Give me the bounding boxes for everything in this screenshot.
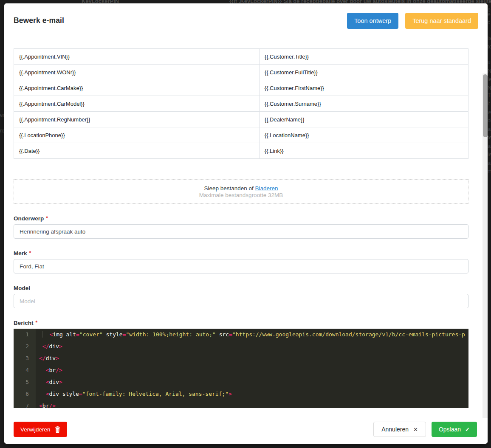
table-row: {{.LocationPhone}}{{.LocationName}} <box>14 127 468 143</box>
onderwerp-label-text: Onderwerp <box>14 215 44 222</box>
placeholder-cell: {{.Customer.Title}} <box>259 49 468 65</box>
required-asterisk: * <box>29 250 31 256</box>
backdrop-text-fragment: ar <box>488 160 491 166</box>
editor-code-line: </div> <box>36 352 468 364</box>
header-actions: Toon ontwerp Terug naar standaard <box>347 13 478 29</box>
merk-label-text: Merk <box>14 250 27 256</box>
field-onderwerp: Onderwerp* <box>14 215 468 239</box>
placeholder-cell: {{.LocationPhone}} <box>14 127 260 143</box>
placeholder-cell: {{.Customer.FullTitle}} <box>259 65 468 80</box>
table-row: {{.Appointment.RegNumber}}{{.DealerName}… <box>14 112 468 127</box>
html-code-editor[interactable]: 1234567 <img alt="cover" style="width: 1… <box>14 329 468 408</box>
backdrop-text-fragment: ar <box>488 143 491 149</box>
editor-line-number: 5 <box>14 376 29 388</box>
editor-line-number: 4 <box>14 364 29 376</box>
onderwerp-input[interactable] <box>14 224 468 239</box>
placeholder-table-body: {{.Appointment.VIN}}{{.Customer.Title}}{… <box>14 49 468 159</box>
delete-button-label: Verwijderen <box>20 426 51 433</box>
modal-title: Bewerk e-mail <box>14 16 64 25</box>
cancel-button[interactable]: Annuleren ✕ <box>373 422 426 437</box>
placeholder-cell: {{.Appointment.CarMake}} <box>14 80 260 96</box>
editor-code-line: </div> <box>36 341 468 352</box>
footer-right-actions: Annuleren ✕ Opslaan ✓ <box>373 422 477 437</box>
dropzone-hint: Maximale bestandsgrootte 32MB <box>199 192 283 198</box>
delete-button[interactable]: Verwijderen <box>14 422 67 437</box>
reset-default-button[interactable]: Terug naar standaard <box>405 13 478 29</box>
placeholder-cell: {{.Date}} <box>14 143 260 159</box>
field-bericht: Bericht* 1234567 <img alt="cover" style=… <box>14 320 468 408</box>
save-button[interactable]: Opslaan ✓ <box>432 422 477 437</box>
placeholder-cell: {{.DealerName}} <box>259 112 468 127</box>
table-row: {{.Appointment.VIN}}{{.Customer.Title}} <box>14 49 468 65</box>
file-dropzone[interactable]: Sleep bestanden of Bladeren Maximale bes… <box>14 179 468 204</box>
backdrop-text-fragment: c <box>488 20 490 25</box>
backdrop-text-fragment: to <box>488 44 491 50</box>
scrollbar-thumb[interactable] <box>483 74 488 137</box>
backdrop-text-fragment: an <box>488 126 491 132</box>
placeholder-cell: {{.Customer.FirstName}} <box>259 80 468 96</box>
editor-line-number: 2 <box>14 341 29 352</box>
backdrop-text-fragment: is <box>488 35 491 41</box>
table-row: {{.Appointment.WONr}}{{.Customer.FullTit… <box>14 65 468 80</box>
editor-line-numbers: 1234567 <box>14 329 36 408</box>
backdrop-text-fragment: rt <box>488 169 491 175</box>
bericht-label: Bericht* <box>14 320 468 326</box>
editor-code-line: <div style="font-family: Helvetica, Aria… <box>36 388 468 400</box>
modal-header: Bewerk e-mail Toon ontwerp Terug naar st… <box>4 3 488 38</box>
backdrop-text-fragment: le <box>488 76 491 82</box>
placeholder-cell: {{.Customer.Surname}} <box>259 96 468 112</box>
editor-code-line: <br/> <box>36 364 468 376</box>
backdrop-text-fragment: ve <box>488 109 491 115</box>
editor-code-line: <img alt="cover" style="width: 100%;heig… <box>36 329 468 341</box>
table-row: {{.Date}}{{.Link}} <box>14 143 468 159</box>
backdrop-text-fragment: N <box>488 68 491 74</box>
placeholder-cell: {{.Link}} <box>259 143 468 159</box>
editor-line-number: 6 <box>14 388 29 400</box>
onderwerp-label: Onderwerp* <box>14 215 468 222</box>
required-asterisk: * <box>46 215 48 221</box>
table-row: {{.Appointment.CarModel}}{{.Customer.Sur… <box>14 96 468 112</box>
backdrop-text-fragment: oi <box>488 118 491 124</box>
editor-line-number: 1 <box>14 329 29 341</box>
backdrop-text-fragment: Ti <box>488 92 491 98</box>
merk-label: Merk* <box>14 250 468 256</box>
placeholder-cell: {{.Appointment.RegNumber}} <box>14 112 260 127</box>
backdrop-text-fragment: l: <box>488 101 490 107</box>
bericht-label-text: Bericht <box>14 320 34 326</box>
editor-code-line: <br/> <box>36 400 468 408</box>
close-icon: ✕ <box>413 426 418 433</box>
dropzone-label: Sleep bestanden of <box>204 185 253 192</box>
dropzone-text: Sleep bestanden of Bladeren <box>204 185 278 192</box>
backdrop-text-fragment: u <box>488 59 491 65</box>
modal-body: {{.Appointment.VIN}}{{.Customer.Title}}{… <box>4 38 488 418</box>
editor-code-line: <div> <box>36 376 468 388</box>
placeholder-cell: {{.Appointment.CarModel}} <box>14 96 260 112</box>
model-input[interactable] <box>14 294 468 308</box>
modal-footer: Verwijderen Annuleren ✕ Opslaan ✓ <box>4 418 488 444</box>
check-icon: ✓ <box>465 426 470 433</box>
editor-line-number: 3 <box>14 352 29 364</box>
editor-line-number: 7 <box>14 400 29 408</box>
merk-input[interactable] <box>14 259 468 273</box>
backdrop-text-fragment: le <box>488 152 491 158</box>
save-button-label: Opslaan <box>439 426 461 433</box>
trash-icon <box>55 426 60 433</box>
editor-code: <img alt="cover" style="width: 100%;heig… <box>36 329 468 408</box>
placeholder-cell: {{.Appointment.VIN}} <box>14 49 260 65</box>
placeholder-cell: {{.Appointment.WONr}} <box>14 65 260 80</box>
backdrop-text-fragment: te <box>488 135 491 141</box>
backdrop-text-fragment: N <box>488 85 491 91</box>
placeholder-table: {{.Appointment.VIN}}{{.Customer.Title}}{… <box>14 48 468 159</box>
required-asterisk: * <box>36 320 38 326</box>
table-row: {{.Appointment.CarMake}}{{.Customer.Firs… <box>14 80 468 96</box>
placeholder-cell: {{.LocationName}} <box>259 127 468 143</box>
field-merk: Merk* <box>14 250 468 273</box>
show-design-button[interactable]: Toon ontwerp <box>347 13 398 29</box>
browse-link[interactable]: Bladeren <box>255 185 278 192</box>
backdrop-text-fragment: e <box>488 11 491 17</box>
cancel-button-label: Annuleren <box>381 426 409 433</box>
model-label: Model <box>14 285 468 291</box>
edit-email-modal: Bewerk e-mail Toon ontwerp Terug naar st… <box>4 3 488 444</box>
field-model: Model <box>14 285 468 308</box>
modal-scrollbar[interactable] <box>483 73 488 418</box>
